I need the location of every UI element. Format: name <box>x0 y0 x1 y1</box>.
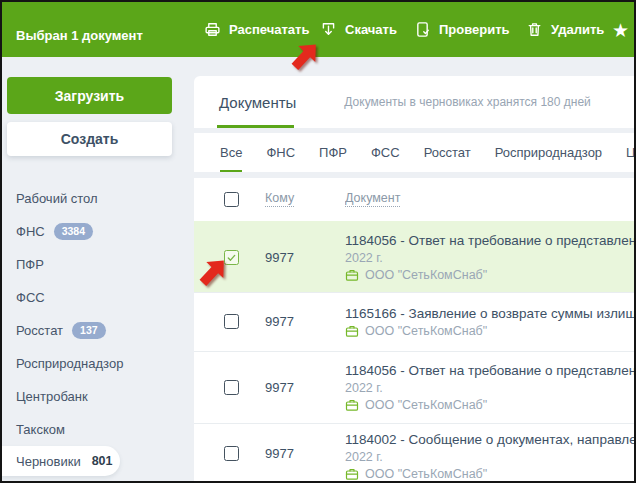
selection-toolbar: Выбран 1 документ Распечатать Скачать Пр… <box>2 2 634 57</box>
sidebar-item-label: Росстат <box>16 323 63 338</box>
table-row[interactable]: 9977 1184002 - Сообщение о документах, н… <box>194 423 634 481</box>
select-all-checkbox[interactable] <box>224 192 239 207</box>
sidebar-item-pfr[interactable]: ПФР <box>2 248 194 281</box>
row-checkbox[interactable] <box>224 380 239 395</box>
sidebar-item-drafts[interactable]: Черновики 801 <box>2 446 120 476</box>
recipient-code: 9977 <box>265 380 294 395</box>
sidebar-item-label: ФСС <box>16 290 45 305</box>
upload-button[interactable]: Загрузить <box>7 77 172 114</box>
sidebar-item-fns[interactable]: ФНС 3384 <box>2 215 194 248</box>
document-title: 1184056 - Ответ на требование о представ… <box>345 233 634 248</box>
create-button[interactable]: Создать <box>7 122 172 156</box>
filter-tab-all[interactable]: Все <box>220 133 242 172</box>
documents-header: Документы Документы в черновиках хранятс… <box>194 76 634 128</box>
company-name: ООО "СетьКомСнаб" <box>365 467 487 481</box>
sidebar-item-centrobank[interactable]: Центробанк <box>2 380 194 413</box>
briefcase-icon <box>345 324 359 338</box>
company-name: ООО "СетьКомСнаб" <box>365 268 487 282</box>
count-badge: 137 <box>72 322 106 339</box>
verify-button[interactable]: Проверить <box>414 2 510 57</box>
trash-icon <box>526 21 543 38</box>
checkmark-icon <box>226 252 237 263</box>
app-body: Загрузить Создать Рабочий стол ФНС 3384 … <box>2 57 634 481</box>
print-button-label: Распечатать <box>229 22 309 37</box>
documents-table: Кому Документ 9977 1184056 - Ответ на тр… <box>194 178 634 481</box>
count-badge: 3384 <box>54 223 93 240</box>
drafts-count: 801 <box>92 454 113 468</box>
sidebar-nav: Рабочий стол ФНС 3384 ПФР ФСС Росстат 13… <box>2 182 194 476</box>
download-icon <box>320 21 337 38</box>
document-year: 2022 г. <box>345 450 634 464</box>
star-icon[interactable]: ★ <box>612 19 629 42</box>
column-header-to[interactable]: Кому <box>265 191 294 207</box>
sidebar-item-rosprirodnadzor[interactable]: Росприроднадзор <box>2 347 194 380</box>
sidebar-item-rosstat[interactable]: Росстат 137 <box>2 314 194 347</box>
document-title: 1184056 - Ответ на требование о представ… <box>345 363 634 378</box>
table-row[interactable]: 9977 1184056 - Ответ на требование о пре… <box>194 351 634 423</box>
sidebar-item-label: Рабочий стол <box>16 191 98 206</box>
check-document-icon <box>414 21 431 38</box>
download-button[interactable]: Скачать <box>320 2 397 57</box>
drafts-retention-hint: Документы в черновиках хранятся 180 дней <box>344 95 590 109</box>
printer-icon <box>204 21 221 38</box>
sidebar-item-desktop[interactable]: Рабочий стол <box>2 182 194 215</box>
selection-count-label: Выбран 1 документ <box>16 28 143 43</box>
sidebar-item-label: Черновики <box>16 454 81 469</box>
delete-button-label: Удалить <box>551 22 604 37</box>
table-row[interactable]: 9977 1184056 - Ответ на требование о пре… <box>194 221 634 292</box>
document-title: 1184002 - Сообщение о документах, направ… <box>345 432 634 447</box>
filter-tab-centrobank[interactable]: Центробанк <box>626 133 634 172</box>
sidebar-item-fss[interactable]: ФСС <box>2 281 194 314</box>
company-name: ООО "СетьКомСнаб" <box>365 324 487 338</box>
sidebar-item-label: ФНС <box>16 224 45 239</box>
row-checkbox[interactable] <box>224 250 239 265</box>
download-button-label: Скачать <box>345 22 397 37</box>
filter-tab-fns[interactable]: ФНС <box>266 133 295 172</box>
sidebar-item-label: Росприроднадзор <box>16 356 123 371</box>
company-name: ООО "СетьКомСнаб" <box>365 398 487 412</box>
sidebar: Загрузить Создать Рабочий стол ФНС 3384 … <box>2 57 194 481</box>
filter-tab-fss[interactable]: ФСС <box>371 133 400 172</box>
app-window: Выбран 1 документ Распечатать Скачать Пр… <box>0 0 636 483</box>
document-title: 1165166 - Заявление о возврате суммы изл… <box>345 306 634 321</box>
filter-tab-rosprirodnadzor[interactable]: Росприроднадзор <box>495 133 602 172</box>
sidebar-item-takskom[interactable]: Такском <box>2 413 194 446</box>
row-checkbox[interactable] <box>224 446 239 461</box>
verify-button-label: Проверить <box>439 22 510 37</box>
briefcase-icon <box>345 398 359 412</box>
table-header: Кому Документ <box>194 178 634 221</box>
briefcase-icon <box>345 268 359 282</box>
briefcase-icon <box>345 467 359 481</box>
recipient-code: 9977 <box>265 250 294 265</box>
table-row[interactable]: 9977 1165166 - Заявление о возврате сумм… <box>194 292 634 351</box>
row-checkbox[interactable] <box>224 314 239 329</box>
filter-tab-pfr[interactable]: ПФР <box>319 133 347 172</box>
recipient-code: 9977 <box>265 446 294 461</box>
print-button[interactable]: Распечатать <box>204 2 309 57</box>
delete-button[interactable]: Удалить <box>526 2 604 57</box>
document-year: 2022 г. <box>345 251 634 265</box>
document-year: 2022 г. <box>345 381 634 395</box>
sidebar-item-label: Такском <box>16 422 65 437</box>
filter-tab-rosstat[interactable]: Росстат <box>424 133 471 172</box>
recipient-code: 9977 <box>265 314 294 329</box>
sidebar-item-label: ПФР <box>16 257 44 272</box>
main-content: Документы Документы в черновиках хранятс… <box>194 57 634 481</box>
filter-tabs: Все ФНС ПФР ФСС Росстат Росприроднадзор … <box>194 133 634 172</box>
sidebar-item-label: Центробанк <box>16 389 88 404</box>
column-header-document[interactable]: Документ <box>345 191 400 207</box>
tab-documents[interactable]: Документы <box>219 76 296 128</box>
